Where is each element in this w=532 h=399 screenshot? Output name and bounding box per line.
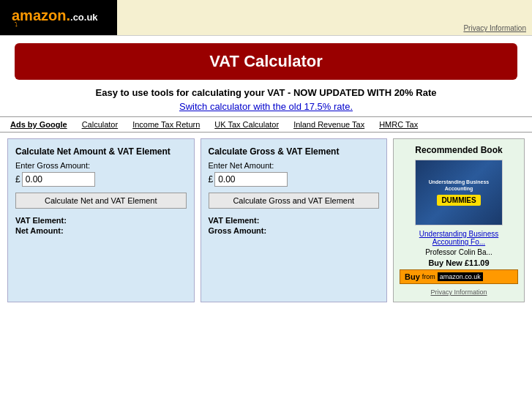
page-title: VAT Calculator — [23, 52, 509, 71]
gross-amount-result-label: Gross Amount: — [209, 226, 380, 235]
book-panel-title: Recommended Book — [400, 145, 518, 155]
calculate-net-button[interactable]: Calculate Net and VAT Element — [15, 193, 187, 209]
old-rate-link[interactable]: Switch calculator with the old 17.5% rat… — [179, 101, 353, 112]
ads-link-calculator[interactable]: Calculator — [82, 120, 119, 129]
net-calculator-panel: Calculate Net Amount & VAT Element Enter… — [7, 138, 195, 302]
book-price: Buy New £11.09 — [400, 258, 518, 267]
net-currency-symbol: £ — [209, 174, 214, 184]
ads-bar: Ads by Google Calculator Income Tax Retu… — [0, 116, 532, 133]
book-dummies-label: DUMMIES — [437, 195, 480, 206]
gross-calculator-panel: Calculate Gross & VAT Element Enter Net … — [201, 138, 388, 302]
net-calc-title: Calculate Net Amount & VAT Element — [15, 146, 187, 157]
subtitle-link-container: Switch calculator with the old 17.5% rat… — [15, 101, 517, 112]
ads-link-hmrc[interactable]: HMRC Tax — [379, 120, 418, 129]
book-cover-inner: Understanding BusinessAccounting DUMMIES — [416, 160, 502, 225]
privacy-info-top[interactable]: Privacy Information — [463, 24, 526, 32]
title-bar: VAT Calculator — [15, 43, 517, 80]
buy-label: Buy — [405, 272, 420, 281]
main-content: Calculate Net Amount & VAT Element Enter… — [0, 138, 532, 310]
net-amount-label: Net Amount: — [15, 226, 187, 235]
ads-label: Ads by Google — [10, 120, 67, 129]
ads-link-income-tax[interactable]: Income Tax Return — [132, 120, 200, 129]
ads-link-inland[interactable]: Inland Revenue Tax — [293, 120, 364, 129]
net-amount-label-input: Enter Net Amount: — [209, 161, 380, 170]
vat-element-label-net: VAT Element: — [15, 216, 187, 225]
gross-calc-title: Calculate Gross & VAT Element — [209, 146, 380, 157]
privacy-info-bottom[interactable]: Privacy Information — [400, 288, 518, 296]
book-title-link[interactable]: Understanding Business Accounting Fo... — [400, 230, 518, 246]
subtitle-main: Easy to use tools for calculating your V… — [15, 87, 517, 98]
header-right: Privacy Information — [117, 0, 532, 35]
amazon-logo[interactable]: amazon..co.uk ⤵ — [0, 0, 117, 35]
page-header: amazon..co.uk ⤵ Privacy Information — [0, 0, 532, 36]
calculate-gross-button[interactable]: Calculate Gross and VAT Element — [209, 193, 380, 209]
book-author: Professor Colin Ba... — [400, 248, 518, 256]
book-cover: Understanding BusinessAccounting DUMMIES — [415, 160, 503, 225]
book-cover-title-line1: Understanding BusinessAccounting — [429, 179, 489, 192]
net-amount-input[interactable] — [214, 172, 288, 187]
logo-text: amazon..co.uk — [12, 7, 98, 23]
ads-link-uk-tax[interactable]: UK Tax Calculator — [214, 120, 279, 129]
gross-currency-symbol: £ — [15, 174, 20, 184]
net-amount-input-row: £ — [209, 172, 380, 187]
gross-amount-label: Enter Gross Amount: — [15, 161, 187, 170]
book-info: Understanding Business Accounting Fo... … — [400, 230, 518, 284]
vat-element-label-gross: VAT Element: — [209, 216, 380, 225]
book-panel: Recommended Book Understanding BusinessA… — [393, 138, 525, 302]
from-label: from — [422, 273, 435, 280]
gross-amount-input[interactable] — [22, 172, 95, 187]
buy-button[interactable]: Buy from amazon.co.uk — [400, 269, 518, 284]
gross-amount-input-row: £ — [15, 172, 187, 187]
amazon-logo-buy: amazon.co.uk — [438, 272, 483, 281]
